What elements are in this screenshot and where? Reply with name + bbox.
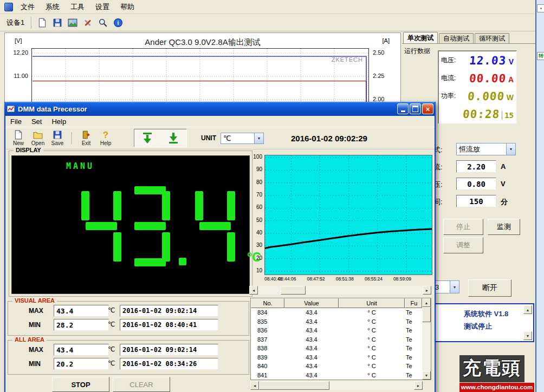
monitor-button[interactable]: 监测 bbox=[488, 219, 520, 235]
readout-box: 电压: 12.03 V 电流: 00.00 A 功率: 0.000 W 00:2… bbox=[438, 50, 517, 124]
y-tick-label: 90 bbox=[256, 166, 262, 172]
set-current-field[interactable]: 2.20 bbox=[456, 160, 496, 173]
chart-watermark: ZKETECH bbox=[332, 56, 363, 63]
table-header-cell[interactable]: Value bbox=[284, 298, 339, 308]
chevron-down-icon[interactable]: ▼ bbox=[450, 281, 459, 293]
time-limit-field[interactable]: 150 bbox=[456, 195, 496, 207]
scrollbar-thumb[interactable] bbox=[281, 286, 306, 295]
table-cell: 43.4 bbox=[284, 336, 339, 343]
all-max-value-field[interactable]: 43.4 bbox=[54, 344, 109, 356]
tab-single-test[interactable]: 单次测试 bbox=[403, 32, 438, 44]
dmm-titlebar[interactable]: DMM data Precessor × bbox=[4, 102, 436, 116]
all-min-value-field[interactable]: 20.2 bbox=[54, 358, 109, 370]
exit-button[interactable]: Exit bbox=[76, 128, 96, 148]
table-header-cell[interactable]: Fu bbox=[405, 298, 422, 308]
unit-combobox[interactable]: ℃ ▼ bbox=[221, 133, 264, 144]
menu-system[interactable]: 系统 bbox=[40, 0, 65, 14]
stop-button[interactable]: 停止 bbox=[443, 219, 483, 235]
table-cell: 43.4 bbox=[284, 345, 339, 351]
device-selector[interactable]: 设备1 bbox=[3, 18, 28, 28]
menu-set[interactable]: Set bbox=[27, 116, 47, 127]
open-button[interactable]: Open bbox=[28, 128, 48, 148]
disconnect-button[interactable]: 断开 bbox=[468, 279, 511, 297]
mode-value: 恒流放 bbox=[457, 143, 506, 155]
new-button[interactable]: New bbox=[9, 128, 28, 148]
max-label: MAX bbox=[29, 346, 43, 354]
zoom-icon[interactable] bbox=[95, 15, 111, 30]
scroll-down-icon[interactable]: ▼ bbox=[523, 331, 532, 340]
visual-max-time-field[interactable]: 2016-01-02 09:02:14 bbox=[120, 305, 218, 317]
table-row[interactable]: 83843.4° CTe bbox=[251, 344, 422, 353]
scroll-left-icon[interactable]: ◄ bbox=[250, 381, 259, 390]
table-row[interactable]: 84143.4° CTe bbox=[251, 371, 422, 380]
power-unit: W bbox=[507, 93, 514, 102]
close-button[interactable]: × bbox=[422, 103, 433, 114]
menu-help[interactable]: 帮助 bbox=[115, 0, 140, 14]
scrollbar-thumb[interactable] bbox=[259, 381, 329, 390]
visual-max-value-field[interactable]: 43.4 bbox=[54, 305, 109, 317]
all-max-unit: ℃ bbox=[108, 345, 115, 353]
table-row[interactable]: 83643.4° CTe bbox=[251, 326, 422, 335]
visual-min-time: 2016-01-02 08:40:41 bbox=[122, 321, 197, 329]
table-row[interactable]: 84043.4° CTe bbox=[251, 362, 422, 371]
minimize-button[interactable] bbox=[397, 103, 409, 114]
arrow-down-from-bar-icon[interactable] bbox=[141, 132, 153, 144]
mini-close-icon[interactable]: • bbox=[537, 4, 544, 12]
scrollbar-thumb[interactable] bbox=[422, 307, 431, 322]
menu-settings[interactable]: 设置 bbox=[90, 0, 115, 14]
table-cell: Te bbox=[405, 345, 422, 351]
help-button[interactable]: ? Help bbox=[96, 128, 115, 148]
scroll-up-icon[interactable]: ▲ bbox=[523, 305, 532, 314]
table-horizontal-scrollbar[interactable]: ◄ ► bbox=[250, 381, 423, 390]
table-row[interactable]: 83543.4° CTe bbox=[251, 317, 422, 326]
table-header-cell[interactable]: Unit bbox=[339, 298, 405, 308]
cutoff-voltage-field[interactable]: 0.80 bbox=[456, 178, 496, 190]
mode-combobox[interactable]: 恒流放 ▼ bbox=[456, 143, 516, 155]
table-vertical-scrollbar[interactable]: ▲ ▼ bbox=[422, 298, 431, 380]
com-port-combobox[interactable]: 3 ▼ bbox=[432, 280, 459, 293]
save-icon[interactable] bbox=[50, 15, 65, 30]
menu-help[interactable]: Help bbox=[47, 116, 71, 127]
save-button[interactable]: Save bbox=[48, 128, 67, 148]
table-header-cell[interactable]: No. bbox=[251, 298, 284, 308]
background-window-edge: • 转 bbox=[535, 0, 544, 392]
all-min-time-field[interactable]: 2016-01-02 08:34:26 bbox=[120, 358, 218, 370]
stop-button[interactable]: STOP bbox=[52, 377, 109, 392]
adjust-button[interactable]: 调整 bbox=[443, 237, 483, 253]
table-row[interactable]: 83943.4° CTe bbox=[251, 353, 422, 362]
run-data-label: 运行数据 bbox=[404, 47, 430, 56]
scroll-down-icon[interactable]: ▼ bbox=[422, 371, 431, 380]
scroll-right-icon[interactable]: ► bbox=[414, 381, 423, 390]
tab-auto-test[interactable]: 自动测试 bbox=[439, 33, 474, 44]
scroll-up-icon[interactable]: ▲ bbox=[422, 298, 431, 307]
scroll-left-icon[interactable]: ◄ bbox=[249, 286, 258, 295]
tools-icon[interactable] bbox=[80, 15, 95, 30]
toolbar-separator bbox=[72, 132, 72, 144]
image-export-icon[interactable] bbox=[65, 15, 80, 30]
clear-button[interactable]: CLEAR bbox=[113, 377, 170, 392]
scroll-right-icon[interactable]: ► bbox=[423, 286, 431, 295]
convert-icon[interactable]: 转 bbox=[537, 52, 544, 60]
chart-horizontal-scrollbar[interactable]: ◄ ► bbox=[249, 286, 431, 295]
info-icon[interactable]: i bbox=[111, 15, 126, 30]
new-file-icon[interactable] bbox=[35, 15, 50, 30]
chevron-down-icon[interactable]: ▼ bbox=[506, 143, 515, 155]
menu-file[interactable]: 文件 bbox=[15, 0, 40, 14]
table-row[interactable]: 83743.4° CTe bbox=[251, 335, 422, 344]
chevron-down-icon[interactable]: ▼ bbox=[254, 133, 263, 143]
power-label: 功率: bbox=[441, 92, 461, 101]
dmm-window-icon bbox=[7, 104, 15, 113]
x-tick-label: 08:44:06 bbox=[278, 276, 296, 282]
maximize-button[interactable] bbox=[410, 103, 421, 114]
visual-min-time-field[interactable]: 2016-01-02 08:40:41 bbox=[120, 319, 218, 331]
menu-tools[interactable]: 工具 bbox=[65, 0, 90, 14]
tab-cycle-test[interactable]: 循环测试 bbox=[475, 33, 509, 44]
table-row[interactable]: 83443.4° CTe bbox=[251, 308, 422, 317]
visual-min-value-field[interactable]: 28.2 bbox=[54, 319, 109, 331]
voltage-readout: 电压: 12.03 V bbox=[439, 51, 516, 69]
all-max-time-field[interactable]: 2016-01-02 09:02:14 bbox=[120, 344, 218, 356]
temp-chart-svg bbox=[265, 155, 432, 275]
x-tick-label: 08:55:24 bbox=[365, 276, 383, 282]
menu-file[interactable]: File bbox=[5, 116, 27, 127]
arrow-down-to-bar-icon[interactable] bbox=[167, 132, 179, 144]
